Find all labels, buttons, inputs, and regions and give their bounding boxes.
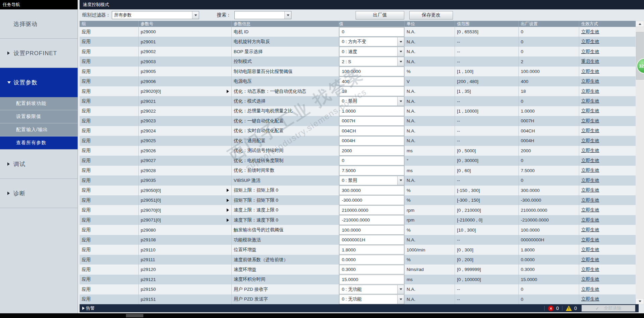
value-select[interactable]: 0 : 速度 <box>339 47 404 56</box>
expand-icon[interactable] <box>227 208 229 212</box>
dropdown-button[interactable] <box>192 11 199 19</box>
value-input[interactable]: 0004H <box>339 136 404 146</box>
save-changes-button[interactable]: 保存更改 <box>409 11 453 19</box>
effect-link[interactable]: 立即生效 <box>581 227 599 233</box>
effect-link[interactable]: 立即生效 <box>581 78 599 84</box>
effect-link[interactable]: 立即生效 <box>581 177 599 184</box>
scroll-up-button[interactable] <box>636 21 644 27</box>
value-input[interactable]: 0.3000 <box>339 265 404 274</box>
expand-icon[interactable] <box>227 218 229 222</box>
value-input[interactable]: 1.8000 <box>339 245 404 254</box>
sidebar-item-diagnostics[interactable]: 诊断 <box>0 179 78 208</box>
expand-icon[interactable] <box>227 90 229 93</box>
sidebar-item-select-drive[interactable]: 选择驱动 <box>0 9 78 39</box>
value-input[interactable]: 100.0000 <box>339 67 404 76</box>
value-input[interactable]: 400 <box>339 77 404 86</box>
cell-factory: -210000.0000 <box>519 215 579 225</box>
value-input[interactable]: 00000001H <box>339 235 404 244</box>
effect-link[interactable]: 立即生效 <box>581 237 599 243</box>
value-input[interactable]: 1.0000 <box>339 106 404 116</box>
parameter-table: 组参数号参数信息值单位值范围出厂设置生效方式 应用p29000电机 ID0N.A… <box>80 21 636 304</box>
effect-link[interactable]: 立即生效 <box>581 217 599 223</box>
effect-link[interactable]: 立即生效 <box>581 286 599 292</box>
effect-link[interactable]: 立即生效 <box>581 29 599 35</box>
dropdown-button[interactable] <box>397 37 404 46</box>
cell-effect: 立即生效 <box>579 225 636 235</box>
effect-link[interactable]: 立即生效 <box>581 39 599 45</box>
effect-link[interactable]: 立即生效 <box>581 276 599 282</box>
value-input[interactable]: 004CH <box>339 126 404 135</box>
value-select[interactable]: 0 : 无功能 <box>339 294 404 304</box>
search-input[interactable] <box>234 11 291 19</box>
effect-link[interactable]: 立即生效 <box>581 207 599 213</box>
value-input[interactable]: 2000 <box>339 146 404 155</box>
value-input[interactable]: 0 <box>339 27 404 37</box>
expand-icon[interactable] <box>227 199 229 202</box>
value-input[interactable]: -210000.0000 <box>339 215 404 225</box>
dropdown-button[interactable] <box>397 97 404 106</box>
sidebar-item-config-io[interactable]: 配置输入/输出 <box>0 123 78 136</box>
value-select[interactable]: 2 : S <box>339 57 404 66</box>
effect-link[interactable]: 立即生效 <box>581 138 599 144</box>
scroll-down-button[interactable] <box>636 298 644 304</box>
sidebar-item-set-parameters[interactable]: 设置参数 <box>0 68 78 97</box>
effect-link[interactable]: 立即生效 <box>581 267 599 273</box>
cell-value: -300.0000 <box>339 195 405 205</box>
clear-all-button[interactable]: ✓ 全部清除 <box>582 305 635 312</box>
group-filter-select[interactable]: 所有参数 <box>112 11 199 19</box>
effect-link[interactable]: 立即生效 <box>581 49 599 55</box>
effect-link[interactable]: 立即生效 <box>581 108 599 114</box>
column-header: 组 <box>80 21 139 27</box>
dropdown-button[interactable] <box>397 47 404 56</box>
value-input[interactable]: 210000.0000 <box>339 205 404 215</box>
value-select[interactable]: 0 : 禁用 <box>339 96 404 106</box>
value-input[interactable]: 7.5000 <box>339 166 404 175</box>
effect-link[interactable]: 立即生效 <box>581 197 599 203</box>
cell-range: [0 , 100000] <box>455 275 519 284</box>
cell-range: [0 , 300] <box>455 245 519 254</box>
effect-link[interactable]: 立即生效 <box>581 158 599 164</box>
factory-values-button[interactable]: 出厂值 <box>356 11 404 19</box>
sidebar-item-commissioning[interactable]: 调试 <box>0 150 78 179</box>
effect-link[interactable]: 立即生效 <box>581 296 599 302</box>
sidebar-item-set-profinet[interactable]: 设置PROFINET <box>0 39 78 68</box>
value-select[interactable]: 0 : 方向不变 <box>339 37 404 46</box>
effect-link[interactable]: 立即生效 <box>581 257 599 263</box>
value-input[interactable]: 0007H <box>339 116 404 126</box>
dropdown-button[interactable] <box>397 285 404 294</box>
value-input[interactable]: 300.0000 <box>339 186 404 195</box>
alarm-toggle[interactable]: 告警 <box>82 305 95 311</box>
dropdown-button[interactable] <box>397 57 404 66</box>
effect-link[interactable]: 立即生效 <box>581 187 599 193</box>
dropdown-button[interactable] <box>284 11 291 19</box>
effect-link[interactable]: 立即生效 <box>581 247 599 253</box>
effect-link[interactable]: 立即生效 <box>581 118 599 124</box>
effect-link[interactable]: 立即生效 <box>581 148 599 154</box>
effect-link[interactable]: 立即生效 <box>581 98 599 104</box>
value-input[interactable]: 0 <box>339 156 404 165</box>
effect-link[interactable]: 立即生效 <box>581 69 599 75</box>
expand-icon[interactable] <box>227 189 229 192</box>
sidebar-item-set-limits[interactable]: 设置极限值 <box>0 110 78 123</box>
effect-link[interactable]: 立即生效 <box>581 128 599 134</box>
effect-link[interactable]: 立即生效 <box>581 88 599 94</box>
sidebar-item-view-all-params[interactable]: 查看所有参数 <box>0 136 78 150</box>
cell-range: -- <box>455 294 519 304</box>
value-input[interactable]: 100.0000 <box>339 225 404 235</box>
effect-link[interactable]: 重启生效 <box>581 58 599 65</box>
scrollbar-thumb[interactable] <box>126 314 143 317</box>
horizontal-scrollbar[interactable] <box>0 313 644 318</box>
effect-link[interactable]: 立即生效 <box>581 167 599 173</box>
value-select[interactable]: 0 : 禁用 <box>339 176 404 185</box>
value-input[interactable]: 15.0000 <box>339 275 404 284</box>
value-select[interactable]: 0 : 无功能 <box>339 285 404 294</box>
dropdown-button[interactable] <box>397 295 404 304</box>
sidebar-item-config-ramp[interactable]: 配置斜坡功能 <box>0 97 78 110</box>
cell-effect: 立即生效 <box>579 166 636 175</box>
value-input[interactable]: -300.0000 <box>339 195 404 205</box>
cell-unit: ms <box>405 146 455 156</box>
cell-unit: % <box>405 255 455 265</box>
value-input[interactable]: 0.0000 <box>339 255 404 264</box>
dropdown-button[interactable] <box>397 176 404 185</box>
value-input[interactable]: 18 <box>339 86 404 96</box>
